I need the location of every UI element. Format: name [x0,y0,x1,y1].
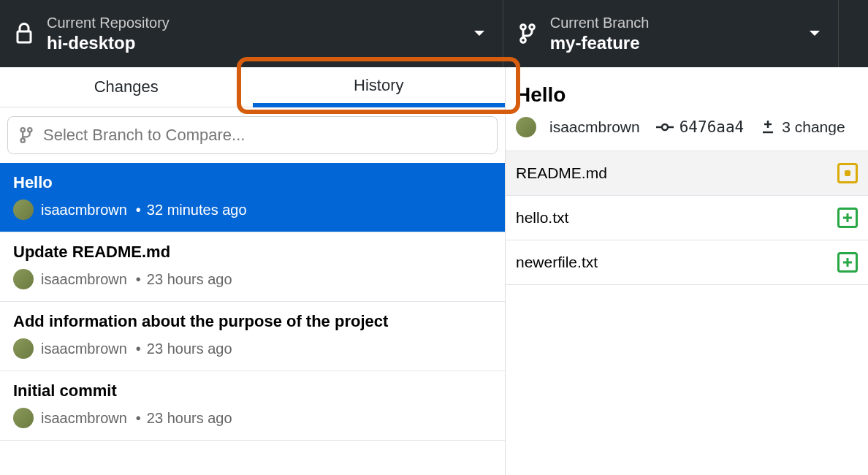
avatar [516,117,536,137]
separator: • [136,341,141,357]
detail-author: isaacmbrown [549,118,640,136]
commit-detail-title: Hello [506,67,868,117]
commit-author: isaacmbrown [41,271,127,288]
avatar [13,408,34,428]
chevron-down-icon [473,27,485,40]
separator: • [136,271,141,288]
app-header: Current Repository hi-desktop Current Br… [0,0,868,67]
branch-name: my-feature [550,33,650,53]
svg-rect-0 [18,31,31,42]
detail-sha: 6476aa4 [679,118,745,136]
lock-icon [15,23,34,45]
separator: • [136,202,141,218]
commit-list: Hello isaacmbrown • 32 minutes ago Updat… [0,163,505,441]
commit-item[interactable]: Initial commit isaacmbrown • 23 hours ag… [0,371,505,441]
file-item[interactable]: newerfile.txt [506,240,868,285]
tab-changes[interactable]: Changes [0,67,253,107]
commit-item[interactable]: Update README.md isaacmbrown • 23 hours … [0,232,505,302]
file-item[interactable]: hello.txt [506,195,868,240]
svg-point-5 [28,128,31,132]
refresh-button[interactable] [839,0,868,67]
main-content: Changes History Select Branch to Compare… [0,67,868,475]
repo-name: hi-desktop [47,33,170,53]
commit-item[interactable]: Hello isaacmbrown • 32 minutes ago [0,163,505,232]
avatar [13,269,34,289]
tab-history[interactable]: History [253,67,506,107]
repo-selector[interactable]: Current Repository hi-desktop [0,0,503,67]
tabs: Changes History [0,67,505,107]
svg-point-6 [21,139,25,142]
commit-author: isaacmbrown [41,410,127,427]
svg-point-4 [21,128,25,132]
detail-changes: 3 change [782,118,845,136]
git-branch-icon [518,23,537,45]
commit-time: 23 hours ago [147,410,232,427]
file-item[interactable]: README.md [506,151,868,195]
commit-author: isaacmbrown [41,202,127,218]
file-list: README.mdhello.txtnewerfile.txt [506,151,868,285]
svg-point-2 [529,25,534,30]
added-icon [837,208,858,228]
left-pane: Changes History Select Branch to Compare… [0,67,506,475]
svg-point-3 [520,38,525,43]
file-name: README.md [516,164,607,182]
commit-title: Initial commit [13,381,492,400]
branch-selector[interactable]: Current Branch my-feature [503,0,839,67]
avatar [13,338,34,359]
commit-title: Update README.md [13,243,492,262]
avatar [13,200,34,220]
compare-branch-select[interactable]: Select Branch to Compare... [7,116,498,154]
commit-author: isaacmbrown [41,341,127,357]
file-name: newerfile.txt [516,254,598,271]
commit-detail-meta: isaacmbrown 6476aa4 3 change [506,117,868,151]
commit-time: 23 hours ago [147,271,232,288]
commit-time: 23 hours ago [147,341,232,357]
branch-label: Current Branch [550,15,650,31]
right-pane: Hello isaacmbrown 6476aa4 3 change READM… [506,67,868,475]
commit-item[interactable]: Add information about the purpose of the… [0,302,505,371]
commit-title: Add information about the purpose of the… [13,312,492,331]
svg-point-1 [520,25,525,30]
commit-time: 32 minutes ago [147,202,247,218]
file-name: hello.txt [516,209,568,227]
commit-icon [656,122,674,132]
compare-placeholder: Select Branch to Compare... [43,126,245,145]
commit-title: Hello [13,173,492,192]
svg-point-7 [662,124,668,130]
added-icon [837,252,858,273]
separator: • [136,410,141,427]
repo-label: Current Repository [47,15,170,31]
diff-icon [760,119,776,135]
modified-icon [837,163,858,183]
chevron-down-icon [809,27,821,40]
